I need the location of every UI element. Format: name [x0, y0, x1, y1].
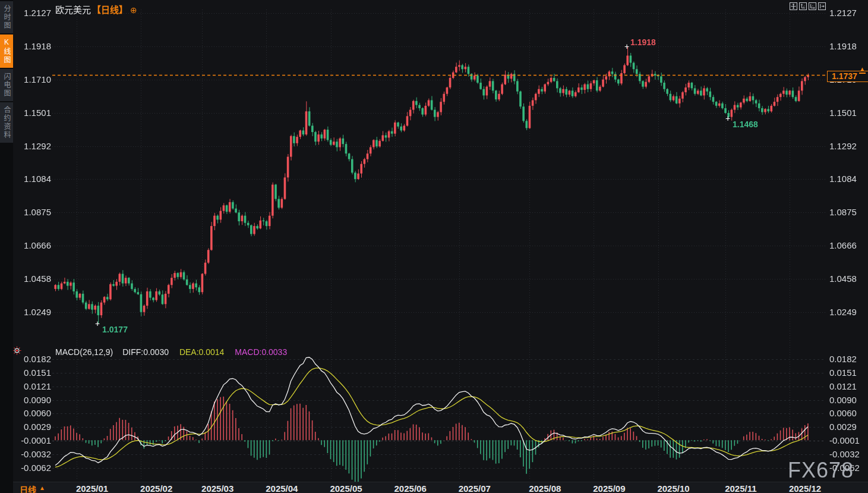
date-axis-label: 2025/11 [720, 483, 762, 493]
sidebar-tab-flash-chart[interactable]: 闪电图 [0, 69, 13, 101]
date-axis-label: 2025/09 [588, 483, 630, 493]
price-axis-label: 1.1084 [15, 174, 51, 184]
date-axis-label: 2025/04 [261, 483, 302, 493]
macd-axis-label: 0.0060 [15, 408, 51, 418]
watermark: FX678 [788, 458, 854, 483]
macd-axis-label: -0.0062 [15, 463, 51, 473]
chart-app: 分时图K线图闪电图合约资料 欧元美元【日线】⊕ 1.21271.19181.17… [0, 0, 868, 493]
price-axis-label: 1.2127 [15, 8, 51, 18]
price-axis-label: 1.0249 [15, 307, 51, 317]
price-axis-label: 1.1710 [15, 74, 51, 84]
macd-axis-label: -0.0001 [829, 435, 867, 445]
macd-axis-label: 0.0029 [829, 422, 867, 432]
price-axis-label: 1.1084 [829, 174, 867, 184]
sidebar-tab-time-chart[interactable]: 分时图 [0, 1, 13, 33]
macd-axis-label: -0.0001 [15, 435, 51, 445]
macd-axis-label: 0.0151 [15, 368, 51, 378]
macd-dea-value: DEA:0.0014 [179, 347, 225, 357]
date-axis-label: 2025/01 [71, 483, 113, 493]
macd-axis-label: 0.0182 [829, 354, 867, 364]
macd-axis-label: -0.0032 [15, 449, 51, 459]
sidebar: 分时图K线图闪电图合约资料 [0, 0, 13, 493]
price-axis-label: 1.0666 [15, 240, 51, 250]
macd-axis-label: 0.0090 [829, 395, 867, 405]
symbol-name: 欧元美元 [55, 5, 91, 15]
reset-view-icon[interactable] [818, 2, 826, 10]
macd-axis-label: 0.0121 [829, 381, 867, 391]
macd-axis-label: 0.0029 [15, 422, 51, 432]
date-axis-label: 2025/07 [454, 483, 495, 493]
price-axis-label: 1.1918 [829, 41, 867, 51]
price-axis-label: 1.1501 [15, 108, 51, 118]
price-axis-label: 1.1918 [15, 41, 51, 51]
macd-diff-value: DIFF:0.0030 [122, 347, 169, 357]
chart-canvas[interactable] [0, 0, 868, 493]
marker-cross-icon: + [95, 321, 100, 326]
marker-price-label: 1.0177 [102, 325, 128, 334]
marker-cross-icon: + [624, 43, 629, 49]
marker-price-label: 1.1918 [630, 37, 656, 47]
date-axis-label: 2025/08 [524, 483, 566, 493]
price-axis-label: 1.0875 [15, 207, 51, 217]
period-selector-arrow-icon[interactable]: ▲ [39, 485, 45, 491]
date-axis-label: 2025/12 [784, 483, 826, 493]
price-axis-label: 1.2127 [829, 8, 867, 18]
price-axis-label: 1.0458 [829, 274, 867, 284]
macd-axis-label: 0.0121 [15, 381, 51, 391]
price-axis-label: 1.0875 [829, 207, 867, 217]
price-axis-label: 1.0666 [829, 240, 867, 250]
price-axis-label: 1.1292 [15, 141, 51, 151]
add-indicator-icon[interactable]: ⊕ [130, 5, 137, 15]
macd-macd-value: MACD:0.0033 [235, 347, 287, 357]
macd-params-label: MACD(26,12,9) [55, 347, 113, 357]
period-tag: 【日线】 [92, 5, 128, 15]
macd-axis-label: 0.0060 [829, 408, 867, 418]
sidebar-tab-kline-chart[interactable]: K线图 [0, 34, 13, 68]
macd-axis-label: 0.0090 [15, 395, 51, 405]
price-axis-label: 1.0249 [829, 307, 867, 317]
bottom-bar: 日线 ▲ 2025/012025/022025/032025/042025/05… [13, 482, 868, 493]
price-axis-label: 1.1501 [829, 108, 867, 118]
marker-price-label: 1.1468 [733, 120, 758, 129]
date-axis-label: 2025/05 [326, 483, 367, 493]
zoom-horizontal-axis-icon[interactable] [809, 2, 816, 10]
latest-price-arrow-icon[interactable]: ▲ [859, 66, 866, 74]
price-axis-label: 1.0458 [15, 274, 51, 284]
macd-axis-label: 0.0151 [829, 368, 867, 378]
marker-cross-icon: + [725, 115, 730, 121]
date-axis-label: 2025/10 [653, 483, 695, 493]
indicator-beacon-icon[interactable] [12, 346, 21, 357]
price-axis-label: 1.1292 [829, 141, 867, 151]
zoom-vertical-axis-icon[interactable] [799, 2, 807, 10]
date-axis-label: 2025/03 [197, 483, 238, 493]
chart-title: 欧元美元【日线】⊕ [55, 3, 137, 15]
toolbar [790, 2, 826, 10]
macd-header: MACD(26,12,9) DIFF:0.0030 DEA:0.0014 MAC… [55, 347, 287, 357]
sidebar-tab-contract-info[interactable]: 合约资料 [0, 102, 13, 143]
date-axis-label: 2025/06 [390, 483, 431, 493]
date-axis-label: 2025/02 [135, 483, 177, 493]
period-selector[interactable]: 日线 [20, 483, 36, 493]
pan-move-icon[interactable] [790, 2, 797, 10]
